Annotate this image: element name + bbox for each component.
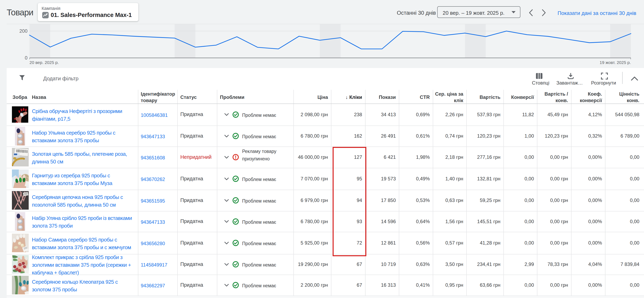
svg-text:19 жовт. 2025 р.: 19 жовт. 2025 р. <box>600 60 631 65</box>
svg-text:20 вер. 2025 р.: 20 вер. 2025 р. <box>30 60 59 65</box>
svg-text:200: 200 <box>20 28 28 34</box>
svg-text:0: 0 <box>25 55 28 60</box>
